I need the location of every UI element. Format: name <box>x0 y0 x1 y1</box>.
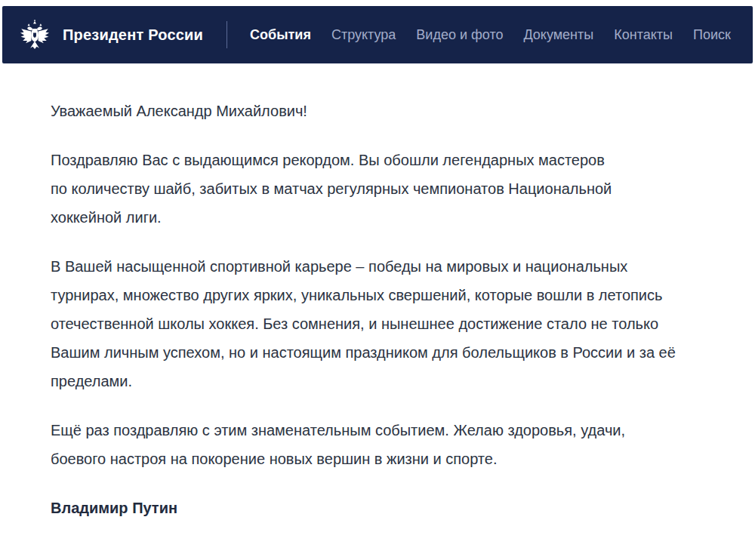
letter-signature: Владимир Путин <box>51 494 707 522</box>
nav-item-video-photo[interactable]: Видео и фото <box>416 27 503 43</box>
letter-paragraph: В Вашей насыщенной спортивной карьере – … <box>51 252 707 395</box>
nav-item-documents[interactable]: Документы <box>523 27 593 43</box>
coat-of-arms-icon[interactable] <box>19 17 51 52</box>
main-nav: События Структура Видео и фото Документы… <box>250 27 732 43</box>
page: Президент России События Структура Видео… <box>0 0 755 560</box>
nav-item-structure[interactable]: Структура <box>331 27 396 43</box>
letter-paragraph: Ещё раз поздравляю с этим знаменательным… <box>51 416 707 473</box>
letter-text: Уважаемый Александр Михайлович! Поздравл… <box>51 97 707 522</box>
letter-paragraph: Поздравляю Вас с выдающимся рекордом. Вы… <box>51 146 707 232</box>
nav-item-events[interactable]: События <box>250 27 311 43</box>
nav-item-contacts[interactable]: Контакты <box>614 27 673 43</box>
nav-item-search[interactable]: Поиск <box>693 27 731 43</box>
letter-salutation: Уважаемый Александр Михайлович! <box>51 97 707 125</box>
site-title[interactable]: Президент России <box>63 26 203 44</box>
header-divider <box>226 21 227 48</box>
top-navigation-bar: Президент России События Структура Видео… <box>2 6 753 63</box>
letter-content: Уважаемый Александр Михайлович! Поздравл… <box>2 63 753 522</box>
